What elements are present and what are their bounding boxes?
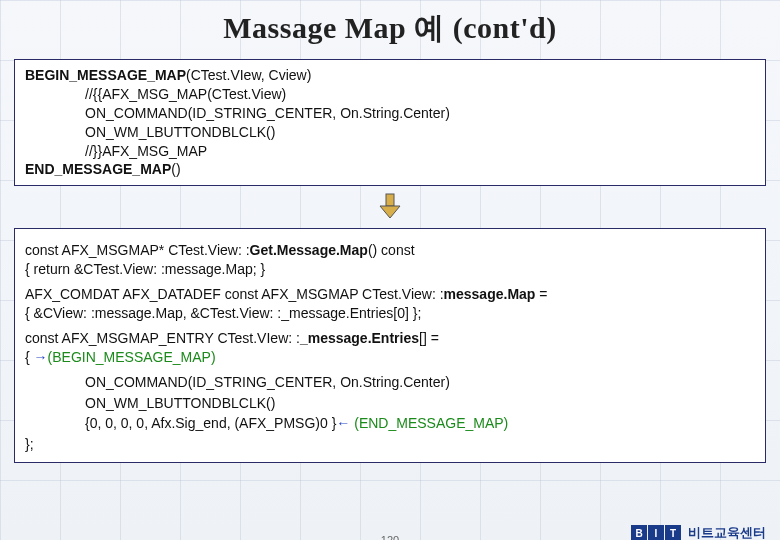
code-line: }; xyxy=(25,435,755,454)
code-text: [] = xyxy=(419,330,439,346)
footer-logo-area: B I T 비트교육센터 xyxy=(631,524,766,540)
logo-letter: B xyxy=(631,525,647,540)
annotation-end: (END_MESSAGE_MAP) xyxy=(350,415,508,431)
func-getmessagemap: Get.Message.Map xyxy=(250,242,368,258)
arrow-down-icon xyxy=(372,192,408,222)
svg-marker-1 xyxy=(380,206,400,218)
code-text: (CTest.VIew, Cview) xyxy=(186,67,311,83)
code-line: ON_WM_LBUTTONDBLCLK() xyxy=(25,394,755,413)
code-text: //}}AFX_MSG_MAP xyxy=(25,142,207,161)
code-text: () const xyxy=(368,242,415,258)
code-line: END_MESSAGE_MAP() xyxy=(25,160,755,179)
code-text: {0, 0, 0, 0, Afx.Sig_end, (AFX_PMSG)0 } xyxy=(25,414,336,433)
code-line: {0, 0, 0, 0, Afx.Sig_end, (AFX_PMSG)0 } … xyxy=(25,414,755,433)
code-box-expanded: const AFX_MSGMAP* CTest.View: :Get.Messa… xyxy=(14,228,766,463)
bit-logo-icon: B I T xyxy=(631,525,682,540)
code-line: //{{AFX_MSG_MAP(CTest.View) xyxy=(25,85,755,104)
page-title: Massage Map 예 (cont'd) xyxy=(0,8,780,49)
code-text: }; xyxy=(25,436,34,452)
code-text: { xyxy=(25,349,34,365)
code-line: ON_WM_LBUTTONDBLCLK() xyxy=(25,123,755,142)
code-paragraph: AFX_COMDAT AFX_DATADEF const AFX_MSGMAP … xyxy=(25,285,755,323)
arrow-right-icon: → xyxy=(34,349,48,365)
macro-end: END_MESSAGE_MAP xyxy=(25,161,171,177)
code-text: ON_COMMAND(ID_STRING_CENTER, On.String.C… xyxy=(25,373,450,392)
arrow-left-icon: ← xyxy=(336,415,350,431)
code-paragraph: const AFX_MSGMAP_ENTRY CTest.VIew: :_mes… xyxy=(25,329,755,367)
code-line: ON_COMMAND(ID_STRING_CENTER, On.String.C… xyxy=(25,373,755,392)
code-text: const AFX_MSGMAP_ENTRY CTest.VIew: : xyxy=(25,330,300,346)
code-text: ON_COMMAND(ID_STRING_CENTER, On.String.C… xyxy=(25,104,450,123)
code-text: AFX_COMDAT AFX_DATADEF const AFX_MSGMAP … xyxy=(25,286,444,302)
annotation-begin: (BEGIN_MESSAGE_MAP) xyxy=(48,349,216,365)
logo-letter: I xyxy=(648,525,664,540)
code-text: ON_WM_LBUTTONDBLCLK() xyxy=(25,394,275,413)
code-text: { &CView: :message.Map, &CTest.View: :_m… xyxy=(25,305,421,321)
code-text: { return &CTest.View: :message.Map; } xyxy=(25,261,265,277)
code-line: ON_COMMAND(ID_STRING_CENTER, On.String.C… xyxy=(25,104,755,123)
footer-text: 비트교육센터 xyxy=(688,524,766,540)
code-line: //}}AFX_MSG_MAP xyxy=(25,142,755,161)
svg-rect-0 xyxy=(386,194,394,206)
code-box-source: BEGIN_MESSAGE_MAP(CTest.VIew, Cview) //{… xyxy=(14,59,766,186)
logo-letter: T xyxy=(665,525,681,540)
code-paragraph: const AFX_MSGMAP* CTest.View: :Get.Messa… xyxy=(25,241,755,279)
code-text: () xyxy=(171,161,180,177)
var-messagemap: message.Map xyxy=(444,286,536,302)
macro-begin: BEGIN_MESSAGE_MAP xyxy=(25,67,186,83)
code-text: const AFX_MSGMAP* CTest.View: : xyxy=(25,242,250,258)
arrow-down-wrap xyxy=(0,192,780,222)
code-line: BEGIN_MESSAGE_MAP(CTest.VIew, Cview) xyxy=(25,66,755,85)
var-messageentries: _message.Entries xyxy=(300,330,419,346)
code-text: ON_WM_LBUTTONDBLCLK() xyxy=(25,123,275,142)
slide-page: Massage Map 예 (cont'd) BEGIN_MESSAGE_MAP… xyxy=(0,8,780,540)
page-number: 120 xyxy=(381,534,399,540)
code-text: = xyxy=(535,286,547,302)
code-text: //{{AFX_MSG_MAP(CTest.View) xyxy=(25,85,286,104)
